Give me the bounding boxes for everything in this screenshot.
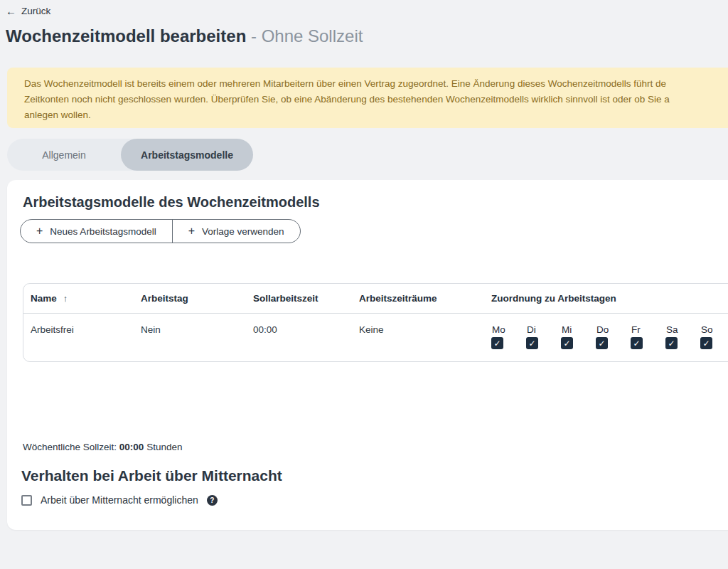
day-checkbox-mo[interactable]: ✓ <box>491 337 503 349</box>
table-row[interactable]: Arbeitsfrei Nein 00:00 Keine Mo ✓ Di ✓ M… <box>23 314 728 361</box>
cell-zuordnung: Mo ✓ Di ✓ Mi ✓ Do ✓ <box>491 314 728 349</box>
plus-icon: + <box>36 225 43 237</box>
warning-banner: Das Wochenzeitmodell ist bereits einem o… <box>7 68 728 128</box>
table-header-row: Name ↑ Arbeitstag Sollarbeitszeit Arbeit… <box>23 284 728 314</box>
cell-sollarbeitszeit: 00:00 <box>253 314 359 335</box>
weekly-target-time: Wöchentliche Sollzeit: 00:00 Stunden <box>23 442 182 452</box>
day-label-mi: Mi <box>562 324 572 335</box>
cell-arbeitstag: Nein <box>141 314 253 335</box>
day-checkbox-group: Mo ✓ Di ✓ Mi ✓ Do ✓ <box>491 324 728 349</box>
new-arbeitstagsmodell-label: Neues Arbeitstagsmodell <box>50 226 156 237</box>
day-checkbox-so[interactable]: ✓ <box>700 337 712 349</box>
use-template-button[interactable]: + Vorlage verwenden <box>172 220 300 243</box>
checkmark-icon: ✓ <box>702 339 710 348</box>
sort-ascending-icon: ↑ <box>63 293 68 304</box>
use-template-label: Vorlage verwenden <box>202 226 284 237</box>
column-header-arbeitszeitraeume[interactable]: Arbeitszeiträume <box>359 293 491 304</box>
midnight-option-row: Arbeit über Mitternacht ermöglichen ? <box>21 494 218 506</box>
day-label-sa: Sa <box>666 324 678 335</box>
day-checkbox-do[interactable]: ✓ <box>596 337 608 349</box>
tab-bar: Allgemein Arbeitstagsmodelle <box>7 139 253 171</box>
cell-arbeitszeitraeume: Keine <box>359 314 491 335</box>
day-checkbox-mi[interactable]: ✓ <box>561 337 573 349</box>
day-di: Di ✓ <box>526 324 561 349</box>
table-actions: + Neues Arbeitstagsmodell + Vorlage verw… <box>20 219 301 243</box>
checkmark-icon: ✓ <box>528 339 535 348</box>
day-checkbox-fr[interactable]: ✓ <box>631 337 643 349</box>
help-icon[interactable]: ? <box>207 495 218 506</box>
back-label: Zurück <box>21 6 50 16</box>
card-heading: Arbeitstagsmodelle des Wochenzeitmodells <box>23 192 320 212</box>
day-fr: Fr ✓ <box>631 324 665 349</box>
warning-banner-line: Das Wochenzeitmodell ist bereits einem o… <box>24 76 728 92</box>
day-label-mo: Mo <box>492 324 505 335</box>
back-link[interactable]: ← Zurück <box>6 6 50 16</box>
back-arrow-icon: ← <box>6 6 16 16</box>
midnight-checkbox[interactable] <box>21 495 32 506</box>
new-arbeitstagsmodell-button[interactable]: + Neues Arbeitstagsmodell <box>21 220 172 243</box>
column-header-name-label: Name <box>31 293 57 304</box>
column-header-zuordnung: Zuordnung zu Arbeitstagen <box>491 293 728 304</box>
page-title-subtitle: - Ohne Sollzeit <box>251 26 363 46</box>
day-checkbox-di[interactable]: ✓ <box>526 337 538 349</box>
column-header-name[interactable]: Name ↑ <box>23 293 141 304</box>
arbeitstagsmodelle-panel: Arbeitstagsmodelle des Wochenzeitmodells… <box>7 180 728 530</box>
day-mi: Mi ✓ <box>561 324 596 349</box>
checkmark-icon: ✓ <box>563 339 570 348</box>
checkmark-icon: ✓ <box>633 339 640 348</box>
checkmark-icon: ✓ <box>598 339 605 348</box>
day-sa: Sa ✓ <box>665 324 700 349</box>
day-checkbox-sa[interactable]: ✓ <box>665 337 678 349</box>
day-mo: Mo ✓ <box>491 324 526 349</box>
column-header-arbeitstag[interactable]: Arbeitstag <box>141 293 253 304</box>
checkmark-icon: ✓ <box>668 339 675 348</box>
warning-banner-line: anlegen wollen. <box>24 107 728 123</box>
midnight-section-heading: Verhalten bei Arbeit über Mitternacht <box>21 466 282 486</box>
warning-banner-line: Zeitkonten noch nicht geschlossen wurden… <box>24 92 728 107</box>
page-title-main: Wochenzeitmodell bearbeiten <box>6 26 246 46</box>
tab-arbeitstagsmodelle[interactable]: Arbeitstagsmodelle <box>121 139 253 171</box>
arbeitstagsmodelle-table: Name ↑ Arbeitstag Sollarbeitszeit Arbeit… <box>23 283 728 362</box>
day-label-so: So <box>701 324 713 335</box>
checkmark-icon: ✓ <box>493 339 500 348</box>
day-label-do: Do <box>596 324 609 335</box>
tab-allgemein[interactable]: Allgemein <box>7 139 121 171</box>
plus-icon: + <box>188 225 195 237</box>
weekly-target-value: 00:00 <box>119 442 144 452</box>
page-title: Wochenzeitmodell bearbeiten - Ohne Sollz… <box>6 26 363 47</box>
day-label-fr: Fr <box>631 324 641 335</box>
weekly-target-suffix: Stunden <box>146 442 182 452</box>
midnight-checkbox-label: Arbeit über Mitternacht ermöglichen <box>41 494 198 506</box>
day-label-di: Di <box>527 324 536 335</box>
day-do: Do ✓ <box>596 324 631 349</box>
day-so: So ✓ <box>700 324 728 349</box>
weekly-target-prefix: Wöchentliche Sollzeit: <box>23 442 117 452</box>
column-header-sollarbeitszeit[interactable]: Sollarbeitszeit <box>253 293 359 304</box>
cell-name: Arbeitsfrei <box>23 314 141 335</box>
